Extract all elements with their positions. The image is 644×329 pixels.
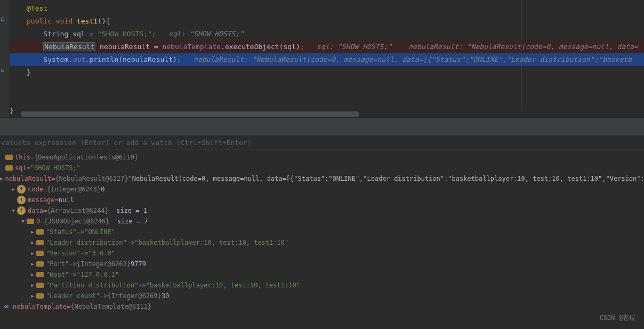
infinity-icon: ∞ [2,302,11,311]
variable-icon [5,155,13,160]
map-entry[interactable]: ▶"Host" -> "127.0.0.1" [0,269,644,280]
expand-arrow-icon[interactable]: ▶ [29,259,36,269]
expand-arrow-icon[interactable]: ▶ [29,248,36,259]
variable-icon [36,251,44,256]
variable-icon [36,272,44,277]
map-entry[interactable]: ▶"Leader count" -> {Integer@6269} 30 [0,291,644,301]
variable-icon [36,261,44,267]
variable-tree[interactable]: this = {DemoApplicationTests@6110} sql =… [0,150,644,312]
var-data[interactable]: ▼ f data = {ArrayList@6244} size = 1 [0,205,644,216]
highlighted-type: NebulaResult [43,42,95,51]
variable-icon [5,165,13,171]
var-message[interactable]: f message = null [0,195,644,205]
variable-icon [36,293,44,299]
variable-icon [27,219,34,224]
variable-icon [36,283,44,288]
var-nebulaResult[interactable]: ▶ nebulaResult = {NebulaResult@6227} "Ne… [0,173,644,184]
debugger-variables-panel[interactable]: valuate expression (Enter) or add a watc… [0,136,644,329]
collapse-icon[interactable]: ⊟ [1,67,9,75]
var-index-0[interactable]: ▼ 0 = {JSONObject@6246} size = 7 [0,216,644,227]
var-code[interactable]: ▶ f code = {Integer@6243} 0 [0,184,644,195]
expand-arrow-icon[interactable]: ▶ [0,173,3,184]
horizontal-scrollbar[interactable] [19,111,644,117]
gutter: ⊟ ⊟ [0,0,10,117]
variable-icon [36,229,44,235]
code-area[interactable]: @Test public void test1(){ String sql = … [10,0,644,117]
collapse-arrow-icon[interactable]: ▼ [10,205,17,216]
expand-arrow-icon[interactable]: ▶ [10,184,17,195]
evaluate-expression-input[interactable]: valuate expression (Enter) or add a watc… [0,136,644,150]
field-icon: f [17,185,26,194]
expand-arrow-icon[interactable]: ▶ [29,227,36,237]
collapse-arrow-icon[interactable]: ▼ [19,216,27,227]
var-this[interactable]: this = {DemoApplicationTests@6110} [0,152,644,163]
field-icon: f [17,196,26,204]
expand-arrow-icon[interactable]: ▶ [29,291,36,301]
map-entry[interactable]: ▶"Partition distribution" -> "basketball… [0,280,644,291]
code-line [10,79,644,105]
map-entry[interactable]: ▶"Port" -> {Integer@6263} 9779 [0,259,644,269]
code-line: String sql = "SHOW HOSTS;"; sql: "SHOW H… [10,28,644,41]
code-editor[interactable]: ⊟ ⊟ @Test public void test1(){ String sq… [0,0,644,117]
right-margin-line [521,0,521,117]
expand-arrow-icon[interactable]: ▶ [29,280,36,291]
code-line: public void test1(){ [10,15,644,28]
watermark: CSDN @苍煜 [600,314,635,323]
variable-icon [36,240,44,245]
expand-arrow-icon[interactable]: ▶ [29,269,36,280]
expand-arrow-icon[interactable]: ▶ [29,237,36,248]
code-line-breakpoint: NebulaResult nebulaResult = nebulaTempla… [10,41,644,53]
panel-divider[interactable]: ☰ [0,117,644,136]
collapse-icon[interactable]: ⊟ [1,16,9,23]
code-line: } [10,66,644,79]
map-entry[interactable]: ▶"Status" -> "ONLINE" [0,227,644,237]
var-sql[interactable]: sql = "SHOW HOSTS;" [0,163,644,173]
map-entry[interactable]: ▶"Leader distribution" -> "basketballpla… [0,237,644,248]
field-icon: f [17,206,26,215]
map-entry[interactable]: ▶"Version" -> "3.6.0" [0,248,644,259]
code-line-current: System.out.println(nebulaResult); nebula… [10,53,644,66]
scrollbar-thumb[interactable] [21,111,359,117]
var-nebulaTemplate[interactable]: ∞ nebulaTemplate = {NebulaTemplate@6111} [0,301,644,312]
code-line: @Test [10,2,644,15]
